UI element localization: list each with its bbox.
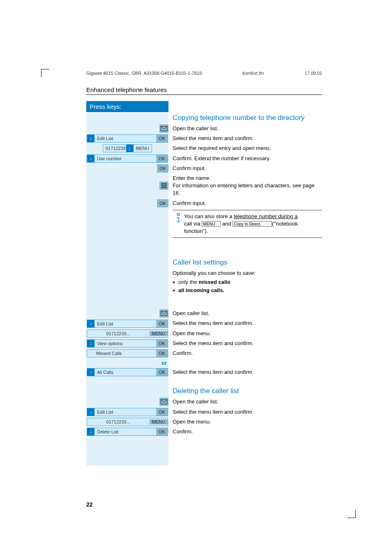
header-left: Gigaset 4015 Classic, GBR, A31008-G4015-…: [86, 71, 202, 76]
message-key-icon[interactable]: [159, 398, 168, 406]
svg-rect-4: [161, 185, 163, 187]
desc-open-list: Open the caller list.: [168, 124, 322, 134]
desc-open-caller-list-2: Open caller list.: [168, 309, 322, 318]
ok-key[interactable]: OK: [157, 164, 168, 173]
ok-softkey: OK: [156, 155, 168, 162]
desc-open-menu-1: Open the menu.: [168, 329, 322, 339]
settings-bullets: only the missed calls all incoming calls…: [168, 278, 322, 294]
menu-delete-list[interactable]: ↓ Delete List OK: [87, 428, 168, 436]
heading-settings: Caller list settings: [168, 258, 227, 267]
header-center: komfort.fm: [242, 71, 264, 76]
arrow-down-icon: ↓: [87, 368, 95, 376]
menu-use-number-label: Use number: [95, 156, 156, 161]
menu-select-entry[interactable]: 01712233... ↓ MENU: [103, 144, 152, 152]
menu-edit-list-label: Edit List: [95, 136, 156, 141]
note-box: You can also store a telephone number du…: [173, 210, 322, 238]
desc-confirm-input-1: Confirm input.: [168, 164, 322, 173]
desc-select-confirm-4: Select the menu item and confirm.: [168, 367, 322, 377]
arrow-down-icon: ↓: [87, 320, 95, 327]
menu-all-calls[interactable]: ↓ All Calls OK: [87, 368, 168, 376]
desc-open-menu-2: Open the menu.: [168, 417, 322, 427]
desc-confirm-2: Confirm.: [168, 427, 322, 437]
menu-view-options[interactable]: ↓ View options OK: [87, 339, 168, 348]
message-key-icon[interactable]: [159, 309, 168, 318]
desc-select-confirm-5: Select the menu item and confirm.: [168, 407, 322, 417]
settings-intro: Optionally you can choose to save:: [168, 268, 322, 278]
ok-key[interactable]: OK: [157, 199, 168, 207]
menu-edit-list[interactable]: ↓ Edit List OK: [87, 134, 168, 143]
ok-softkey: OK: [156, 135, 168, 142]
desc-select-confirm-1: Select the menu item and confirm.: [168, 134, 322, 143]
svg-rect-5: [164, 185, 165, 187]
svg-point-10: [177, 213, 180, 216]
desc-open-list-3: Open the caller list.: [168, 397, 322, 407]
heading-delete: Deleting the caller list: [168, 387, 239, 395]
menu-copy-to-dir-inline: Copy to Direct.: [233, 221, 272, 227]
svg-rect-8: [164, 187, 165, 188]
menu-open-2[interactable]: 01712233... MENU: [87, 418, 168, 426]
desc-confirm-input-2: Confirm input.: [168, 198, 322, 208]
desc-select-confirm-2: Select the menu item and confirm.: [168, 318, 322, 328]
desc-select-confirm-3: Select the menu item and confirm.: [168, 339, 322, 348]
desc-enter-name: Enter the name. For information on enter…: [168, 173, 322, 198]
arrow-down-icon: ↓: [87, 340, 95, 347]
menu-keypad-inline: MENU: [202, 221, 221, 227]
message-key-icon[interactable]: [159, 124, 168, 133]
arrow-down-icon: ↓: [87, 428, 95, 435]
arrow-down-icon: ↓: [87, 135, 95, 142]
menu-edit-list-2[interactable]: ↓ Edit List OK: [87, 320, 168, 328]
svg-rect-7: [161, 187, 163, 188]
arrow-down-icon: ↓: [87, 155, 95, 162]
menu-edit-list-3[interactable]: ↓ Edit List OK: [87, 408, 168, 416]
svg-rect-9: [165, 187, 166, 188]
menu-keypad-label: MENU: [134, 146, 152, 151]
info-icon: [173, 213, 184, 235]
svg-rect-1: [161, 183, 163, 184]
svg-rect-2: [164, 183, 165, 184]
header-right: 17.09.01: [304, 71, 322, 76]
svg-rect-3: [165, 183, 166, 184]
section-title: Enhanced telephone features: [86, 86, 167, 93]
page-header: Gigaset 4015 Classic, GBR, A31008-G4015-…: [86, 71, 322, 76]
svg-rect-6: [165, 185, 166, 187]
desc-select-entry: Select the required entry and open menu.: [168, 143, 322, 153]
heading-copy: Copying telephone number to the director…: [168, 114, 304, 122]
desc-confirm-extend: Confirm. Extend the number if necessary.: [168, 154, 322, 164]
page-number: 22: [86, 501, 93, 508]
note-text: You can also store a telephone number du…: [184, 213, 322, 235]
menu-missed-calls[interactable]: Missed Calls OK: [87, 349, 168, 357]
menu-use-number[interactable]: ↓ Use number OK: [87, 154, 168, 163]
menu-open[interactable]: 01712233... MENU: [87, 329, 168, 338]
keypad-icon[interactable]: [159, 182, 168, 190]
desc-confirm-1: Confirm.: [168, 348, 322, 358]
arrow-down-icon: ↓: [126, 145, 134, 152]
section-rule: [86, 94, 322, 95]
or-label: or: [86, 358, 168, 367]
press-keys-header: Press keys:: [86, 101, 168, 112]
arrow-down-icon: ↓: [87, 408, 95, 416]
